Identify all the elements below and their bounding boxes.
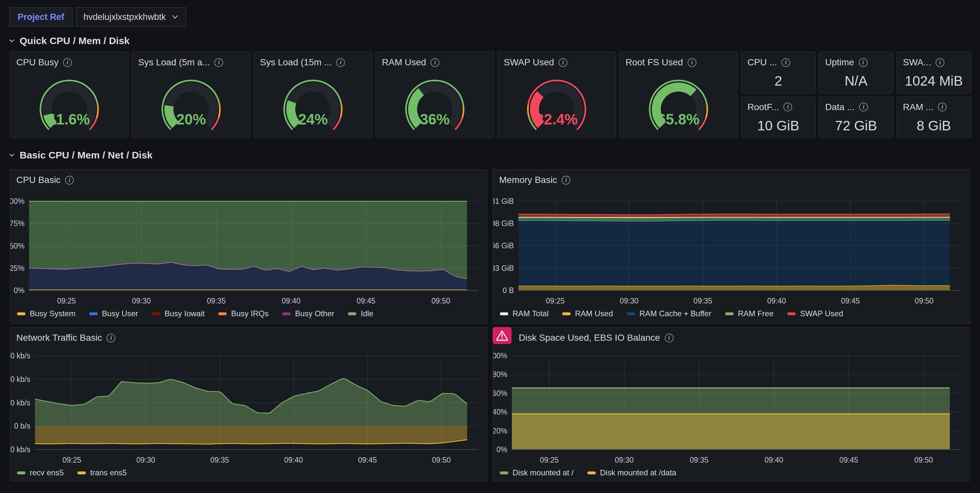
stat-value: 1024 MiB	[897, 73, 970, 89]
panel-title[interactable]: RAM ...	[903, 102, 933, 112]
svg-text:09:45: 09:45	[841, 297, 860, 305]
legend-chip	[17, 471, 25, 474]
legend-item[interactable]: SWAP Used	[787, 309, 843, 318]
legend-label: RAM Total	[512, 309, 549, 318]
svg-text:09:50: 09:50	[431, 297, 450, 305]
panel-sys-load-15m: Sys Load (15m ...i 24%	[253, 52, 372, 138]
panel-title[interactable]: Memory Basic	[499, 175, 557, 185]
legend-label: SWAP Used	[800, 309, 843, 318]
legend-label: Busy User	[102, 309, 138, 318]
legend-chip	[218, 312, 227, 315]
disk-space-chart[interactable]: 100%80%60%40%20%0%09:2509:3009:3509:4009…	[493, 353, 970, 468]
svg-text:9.31 GiB: 9.31 GiB	[493, 198, 514, 205]
legend-item[interactable]: Busy Iowait	[152, 309, 205, 318]
info-icon[interactable]: i	[63, 58, 72, 67]
panel-title[interactable]: CPU Basic	[16, 175, 60, 185]
stat-value: 2	[741, 73, 815, 89]
svg-text:09:25: 09:25	[540, 456, 559, 464]
info-icon[interactable]: i	[859, 103, 868, 111]
panel-title[interactable]: Uptime	[825, 57, 854, 68]
svg-text:60%: 60%	[493, 389, 508, 398]
info-icon[interactable]: i	[687, 58, 697, 67]
info-icon[interactable]: i	[783, 103, 792, 111]
panel-title[interactable]: Network Traffic Basic	[16, 332, 102, 343]
legend-label: RAM Free	[738, 309, 773, 318]
svg-text:09:40: 09:40	[767, 297, 786, 305]
panel-title[interactable]: Root FS Used	[625, 57, 683, 68]
legend-label: RAM Cache + Buffer	[639, 309, 711, 318]
panel-title[interactable]: Sys Load (15m ...	[260, 57, 332, 68]
alert-icon[interactable]	[493, 327, 512, 344]
legend-item[interactable]: trans ens5	[78, 468, 127, 477]
panel-title[interactable]: CPU ...	[748, 57, 777, 68]
variable-dropdown[interactable]: hvdelujxlxstpxkhwbtk	[76, 7, 186, 27]
legend-item[interactable]: RAM Free	[725, 309, 773, 318]
legend-item[interactable]: Disk mounted at /	[500, 468, 574, 477]
svg-text:20%: 20%	[177, 111, 206, 128]
panel-root-fs-used: Root FS Usedi 65.8%	[619, 52, 738, 138]
svg-text:09:50: 09:50	[914, 456, 933, 464]
stat-value: 72 GiB	[819, 118, 893, 134]
legend-item[interactable]: RAM Cache + Buffer	[627, 309, 711, 318]
section-quick-header[interactable]: Quick CPU / Mem / Disk	[0, 27, 980, 52]
panel-title[interactable]: RootF...	[748, 102, 779, 112]
variable-label[interactable]: Project Ref	[9, 7, 73, 27]
legend-item[interactable]: RAM Used	[562, 309, 613, 318]
panel-title[interactable]: Sys Load (5m a...	[138, 57, 210, 68]
panel-sys-load-5m: Sys Load (5m a...i 20%	[132, 52, 251, 138]
legend-chip	[787, 312, 796, 315]
legend-label: Idle	[361, 309, 373, 318]
info-icon[interactable]: i	[665, 334, 674, 342]
legend-item[interactable]: Busy User	[89, 309, 138, 318]
legend-chip	[152, 312, 161, 315]
info-icon[interactable]: i	[336, 58, 345, 67]
legend-chip	[348, 312, 356, 315]
info-icon[interactable]: i	[859, 58, 868, 67]
legend-chip	[587, 471, 596, 474]
panel-data-disk: Data ...i 72 GiB	[819, 96, 893, 138]
svg-text:09:45: 09:45	[358, 456, 377, 464]
memory-basic-chart[interactable]: 9.31 GiB6.98 GiB4.66 GiB2.33 GiB0 B09:25…	[493, 198, 970, 310]
info-icon[interactable]: i	[431, 58, 439, 67]
svg-text:09:45: 09:45	[839, 456, 858, 464]
panel-cpu-busy: CPU Busyi 11.6%	[10, 52, 129, 138]
panel-memory-basic: Memory Basici 9.31 GiB6.98 GiB4.66 GiB2.…	[493, 169, 970, 324]
legend-item[interactable]: Busy Other	[282, 309, 334, 318]
svg-text:40%: 40%	[493, 408, 508, 416]
panel-network-traffic-basic: Network Traffic Basici 300 kb/s200 kb/s1…	[10, 327, 487, 481]
svg-text:0 B: 0 B	[503, 286, 514, 295]
legend-item[interactable]: Disk mounted at /data	[587, 468, 676, 477]
svg-text:09:50: 09:50	[915, 297, 934, 305]
legend-item[interactable]: recv ens5	[17, 468, 64, 477]
legend-chip	[725, 312, 734, 315]
network-traffic-chart[interactable]: 300 kb/s200 kb/s100 kb/s0 b/s-100 kb/s09…	[10, 353, 487, 468]
info-icon[interactable]: i	[938, 103, 947, 111]
legend-item[interactable]: Busy IRQs	[218, 309, 269, 318]
svg-text:0%: 0%	[496, 445, 508, 454]
section-basic-header[interactable]: Basic CPU / Mem / Net / Disk	[0, 138, 980, 166]
panel-title[interactable]: Disk Space Used, EBS IO Balance	[519, 332, 660, 343]
info-icon[interactable]: i	[214, 58, 223, 67]
panel-swap-used: SWAP Usedi 32.4%	[497, 52, 616, 138]
svg-text:09:45: 09:45	[356, 297, 375, 305]
legend-item[interactable]: Busy System	[17, 309, 75, 318]
info-icon[interactable]: i	[781, 58, 790, 67]
panel-title[interactable]: RAM Used	[382, 57, 426, 68]
legend-chip	[17, 312, 25, 315]
cpu-basic-chart[interactable]: 100%75%50%25%0%09:2509:3009:3509:4009:45…	[10, 198, 487, 310]
panel-title[interactable]: Data ...	[825, 102, 854, 112]
info-icon[interactable]: i	[558, 58, 568, 67]
info-icon[interactable]: i	[65, 176, 74, 184]
warning-triangle-icon	[496, 330, 509, 341]
panel-title[interactable]: SWAP Used	[504, 57, 554, 68]
legend-item[interactable]: Idle	[348, 309, 373, 318]
panel-title[interactable]: SWA...	[903, 57, 931, 68]
info-icon[interactable]: i	[562, 176, 570, 184]
panel-title[interactable]: CPU Busy	[16, 57, 59, 68]
legend-item[interactable]: RAM Total	[500, 309, 549, 318]
info-icon[interactable]: i	[935, 58, 944, 67]
info-icon[interactable]: i	[107, 334, 115, 342]
panel-uptime: Uptimei N/A	[819, 52, 893, 94]
svg-text:09:25: 09:25	[62, 456, 81, 464]
svg-text:09:25: 09:25	[546, 297, 565, 305]
